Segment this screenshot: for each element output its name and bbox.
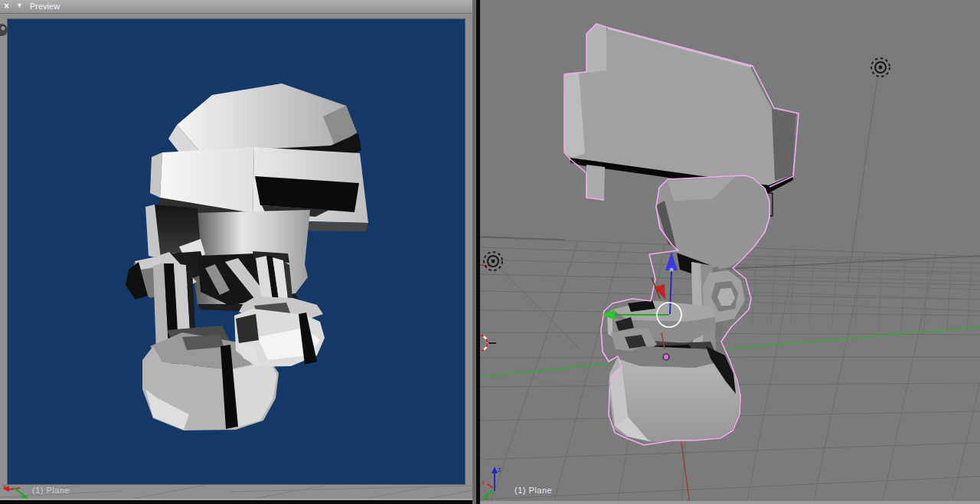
left-viewport-object-label: (1) Plane [32,486,70,495]
right-3d-viewport[interactable]: z x (1) Plane [480,0,980,504]
right-viewport-axis-gizmo: z x [482,466,501,499]
preview-render-canvas [8,19,465,484]
lamp-icon[interactable] [0,20,11,40]
right-axis-x-label: x [482,479,485,486]
robot-object[interactable] [564,24,799,445]
preview-panel[interactable]: × ▼ Preview [0,0,472,485]
preview-panel-title: Preview [30,2,60,11]
manipulator-z-arrow[interactable] [665,252,678,270]
close-icon[interactable]: × [4,1,9,11]
preview-panel-header[interactable]: × ▼ Preview [0,0,472,14]
collapse-triangle-icon[interactable]: ▼ [16,2,23,9]
right-viewport-bottom-strip [480,501,980,504]
preview-panel-body [0,14,472,485]
right-viewport-scene: z x [480,0,980,504]
blender-window: x (1) Plane × ▼ Preview [0,0,980,504]
window-bottom-edge [0,500,472,504]
object-origin-dot [663,354,669,360]
right-axis-z-arrow [492,466,498,473]
right-viewport-object-label: (1) Plane [514,486,552,495]
lamp-icon[interactable] [871,58,890,77]
robot-render [8,19,465,484]
left-3d-viewport[interactable]: x (1) Plane × ▼ Preview [0,0,472,504]
right-axis-z-label: z [498,466,501,473]
